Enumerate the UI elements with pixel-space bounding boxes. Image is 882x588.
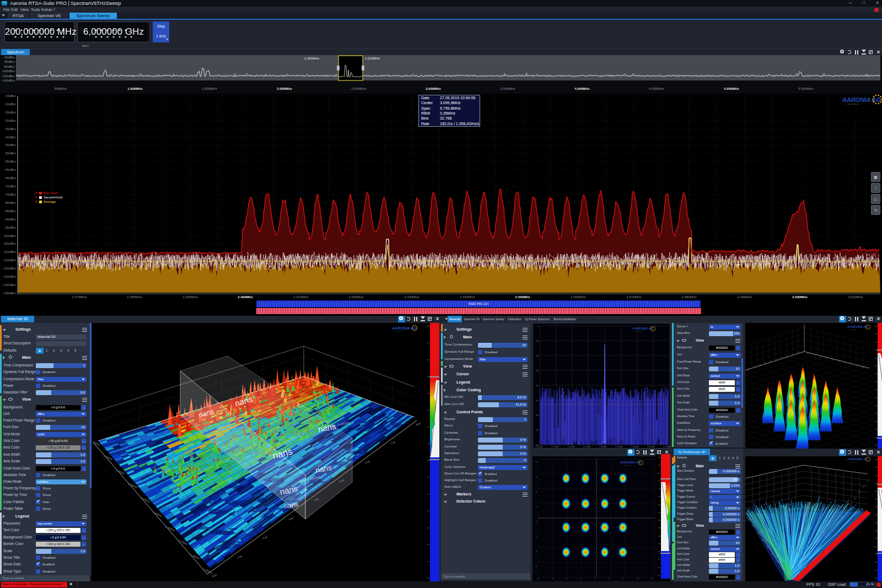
- svg-text:0.8: 0.8: [856, 364, 859, 367]
- svg-text:0.3: 0.3: [825, 357, 829, 359]
- svg-text:-8.0s: -8.0s: [415, 422, 422, 427]
- svg-text:0.2: 0.2: [819, 355, 822, 358]
- svg-text:0.4: 0.4: [849, 503, 852, 506]
- svg-text:-1.0s: -1.0s: [236, 555, 243, 559]
- svg-text:0.2: 0.2: [758, 363, 761, 366]
- svg-text:-2.0s: -2.0s: [262, 536, 268, 540]
- svg-text:0.5: 0.5: [775, 358, 778, 361]
- svg-text:0.5: 0.5: [837, 360, 841, 363]
- svg-text:0.9: 0.9: [797, 351, 800, 354]
- svg-text:-7.0s: -7.0s: [390, 441, 396, 445]
- svg-text:0.9: 0.9: [862, 366, 865, 369]
- svg-text:-3.0s: -3.0s: [288, 517, 294, 521]
- svg-text:0.0: 0.0: [747, 367, 750, 370]
- svg-text:0.3: 0.3: [763, 362, 767, 364]
- svg-text:0.7: 0.7: [786, 354, 789, 357]
- svg-text:0.1: 0.1: [862, 485, 865, 488]
- svg-text:0.4: 0.4: [769, 360, 772, 363]
- svg-text:0.6: 0.6: [780, 356, 783, 359]
- svg-text:-0.0s: -0.0s: [211, 574, 218, 578]
- svg-text:0.0: 0.0: [807, 352, 810, 355]
- svg-text:0.4: 0.4: [831, 358, 835, 361]
- svg-text:0.1: 0.1: [813, 354, 816, 357]
- svg-text:0.7: 0.7: [849, 363, 853, 366]
- svg-text:0.6: 0.6: [843, 362, 847, 364]
- svg-text:0.8: 0.8: [791, 353, 794, 355]
- svg-text:0.3: 0.3: [853, 497, 857, 500]
- svg-text:-6.0s: -6.0s: [364, 460, 371, 465]
- svg-text:0.1: 0.1: [752, 365, 756, 368]
- svg-text:0.0: 0.0: [867, 479, 870, 482]
